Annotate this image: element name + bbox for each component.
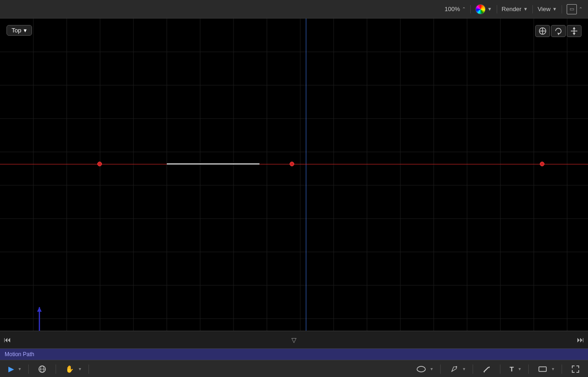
fullscreen-button[interactable] xyxy=(569,364,582,374)
view-selector-label: Top xyxy=(12,27,21,34)
svg-marker-40 xyxy=(488,366,490,368)
play-icon: ▶ xyxy=(8,364,14,373)
svg-marker-32 xyxy=(573,33,575,35)
ellipse-button[interactable] xyxy=(415,364,428,374)
rect-button[interactable] xyxy=(536,364,549,374)
pen-icon xyxy=(450,365,458,373)
pencil-icon xyxy=(482,365,491,373)
rotate-gizmo-button[interactable] xyxy=(551,25,566,37)
blue-vertical-line xyxy=(306,19,306,331)
svg-rect-42 xyxy=(539,367,546,371)
scale-gizmo-button[interactable] xyxy=(567,25,582,37)
motion-path-label: Motion Path xyxy=(5,351,34,358)
ellipse-caret[interactable]: ▾ xyxy=(430,366,433,371)
move-gizmo-button[interactable] xyxy=(535,25,550,37)
divider-3 xyxy=(532,5,533,13)
fullscreen-icon xyxy=(571,365,580,373)
view-box-icon: ▭ xyxy=(567,4,577,14)
toolbar-divider-1 xyxy=(28,364,29,374)
move-icon xyxy=(538,27,547,35)
play-caret[interactable]: ▾ xyxy=(19,366,21,371)
render-caret: ▼ xyxy=(523,6,528,12)
red-dot-left xyxy=(97,162,102,166)
toolbar-divider-5 xyxy=(473,364,473,374)
color-swatch xyxy=(475,4,486,14)
text-group: T ▾ xyxy=(508,364,521,374)
pencil-group xyxy=(481,364,493,374)
hand-caret[interactable]: ▾ xyxy=(79,366,81,371)
play-button[interactable]: ▶ xyxy=(6,364,16,374)
scale-icon xyxy=(570,27,578,35)
toolbar-divider-2 xyxy=(56,364,56,374)
red-dot-right xyxy=(540,162,544,166)
timeline-strip: ⏮ ▽ ⏭ xyxy=(0,331,588,349)
play-group: ▶ ▾ xyxy=(6,364,21,374)
rect-icon xyxy=(538,365,547,373)
hand-button[interactable]: ✋ xyxy=(63,364,76,374)
toolbar: ▶ ▾ ✋ ▾ xyxy=(0,360,588,377)
top-bar: 100% ⌃ ▼ Render ▼ View ▼ ▭ ⌃ xyxy=(0,0,588,19)
zoom-caret: ⌃ xyxy=(462,6,466,12)
render-label: Render xyxy=(502,6,522,13)
rotate-icon xyxy=(554,27,563,35)
motion-path-bar: Motion Path xyxy=(0,349,588,360)
color-mode-control[interactable]: ▼ xyxy=(475,4,492,14)
svg-line-39 xyxy=(484,367,488,372)
gizmo-svg xyxy=(30,299,76,331)
pencil-button[interactable] xyxy=(481,364,493,374)
view-selector[interactable]: Top ▾ xyxy=(6,25,32,36)
svg-line-41 xyxy=(484,372,485,372)
transform-gizmo xyxy=(30,299,76,331)
pen-group: ▾ xyxy=(448,364,465,374)
text-button[interactable]: T xyxy=(508,364,516,374)
rect-group: ▾ xyxy=(536,364,554,374)
divider-2 xyxy=(497,5,497,13)
toolbar-divider-6 xyxy=(500,364,500,374)
globe-group xyxy=(36,364,48,374)
viewport-controls xyxy=(535,25,582,37)
zoom-control[interactable]: 100% ⌃ xyxy=(444,6,465,13)
pen-caret[interactable]: ▾ xyxy=(463,366,465,371)
toolbar-divider-4 xyxy=(440,364,441,374)
pen-button[interactable] xyxy=(448,364,460,374)
view-label: View xyxy=(537,6,550,13)
divider-4 xyxy=(562,5,562,13)
timeline-end-button[interactable]: ⏭ xyxy=(577,336,584,344)
bottom-bar: ⏮ ▽ ⏭ Motion Path ▶ ▾ xyxy=(0,331,588,377)
view-box-caret: ⌃ xyxy=(579,6,582,12)
hand-group: ✋ ▾ xyxy=(63,364,81,374)
timeline-marker[interactable]: ▽ xyxy=(291,336,297,344)
white-line-segment xyxy=(167,163,259,164)
ellipse-group: ▾ xyxy=(415,364,433,374)
text-icon: T xyxy=(510,365,514,373)
ellipse-icon xyxy=(417,365,426,373)
view-control[interactable]: View ▼ xyxy=(537,6,557,13)
timeline-start-button[interactable]: ⏮ xyxy=(4,336,11,344)
red-dot-center xyxy=(290,162,294,166)
rect-caret[interactable]: ▾ xyxy=(552,366,554,371)
toolbar-divider-3 xyxy=(89,364,89,374)
zoom-label: 100% xyxy=(444,6,460,13)
view-caret: ▼ xyxy=(552,6,557,12)
toolbar-divider-7 xyxy=(528,364,529,374)
divider-1 xyxy=(470,5,471,13)
hand-icon: ✋ xyxy=(65,365,74,373)
svg-point-38 xyxy=(455,366,457,367)
render-control[interactable]: Render ▼ xyxy=(502,6,528,13)
globe-button[interactable] xyxy=(36,364,48,374)
gizmo-y-arrow xyxy=(37,307,42,312)
svg-marker-31 xyxy=(573,27,575,29)
view-selector-caret: ▾ xyxy=(24,27,27,34)
grid xyxy=(0,19,588,331)
toolbar-divider-8 xyxy=(562,364,562,374)
svg-point-37 xyxy=(417,366,425,372)
globe-icon xyxy=(38,365,46,373)
text-caret[interactable]: ▾ xyxy=(518,366,521,371)
view-box-control[interactable]: ▭ ⌃ xyxy=(567,4,582,14)
viewport: Top ▾ xyxy=(0,19,588,331)
color-mode-caret: ▼ xyxy=(487,6,492,12)
